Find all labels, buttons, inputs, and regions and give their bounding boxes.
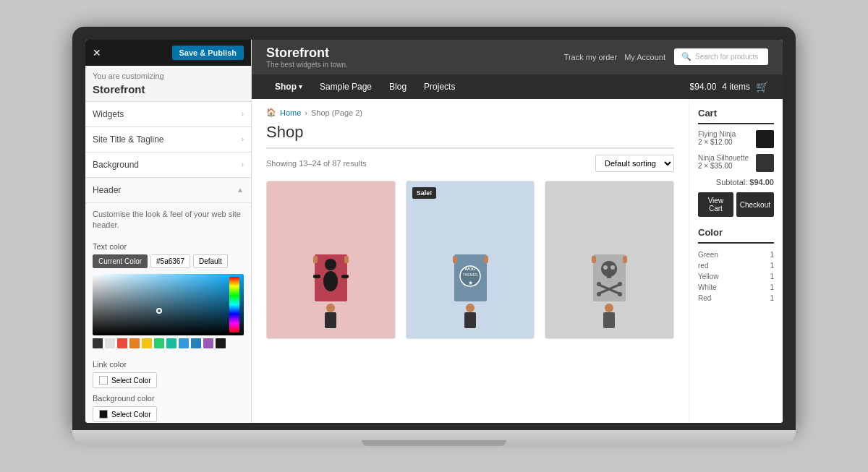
color-spectrum-slider[interactable] [229,277,239,332]
swatch-purple[interactable] [203,338,213,348]
current-color-button[interactable]: Current Color [93,254,148,268]
chevron-up-icon: ▲ [237,186,244,194]
svg-point-20 [603,265,608,270]
color-picker[interactable] [93,274,244,335]
cart-sidebar-title: Cart [698,108,774,124]
shop-page-title: Shop [266,123,674,149]
header-section-toggle[interactable]: Header ▲ [85,178,251,203]
menu-item-widgets[interactable]: Widgets › [85,102,251,127]
view-cart-button[interactable]: View Cart [698,192,733,217]
swatch-black[interactable] [93,338,103,348]
color-filter-item-yellow[interactable]: Yellow 1 [698,271,774,282]
cart-items-count: 4 items [722,82,750,92]
color-count: 1 [770,283,774,291]
nav-link-blog[interactable]: Blog [380,74,415,99]
screen-bezel: ✕ Save & Publish You are customizing Sto… [72,27,796,430]
color-filter-item-green[interactable]: Green 1 [698,249,774,260]
color-name: Red [698,294,711,302]
color-hex-button[interactable]: #5a6367 [150,254,190,268]
swatch-teal[interactable] [166,338,176,348]
cart-item-0: Flying Ninja 2 × $12.00 [698,130,774,148]
swatch-light-gray[interactable] [105,338,115,348]
svg-text:WOO: WOO [464,267,475,271]
home-icon: 🏠 [266,108,276,117]
breadcrumb-home-link[interactable]: Home [280,108,301,117]
ship-your-idea-svg [586,249,633,335]
menu-item-label: Site Title & Tagline [93,134,164,145]
swatch-orange[interactable] [129,338,140,348]
svg-rect-16 [453,256,457,263]
swatch-green[interactable] [154,338,164,348]
nav-link-sample[interactable]: Sample Page [311,74,380,99]
laptop-frame: ✕ Save & Publish You are customizing Sto… [72,27,796,446]
color-gradient-area[interactable] [93,274,244,335]
color-filter-section: Color Green 1 red 1 [698,227,774,304]
color-name: White [698,283,717,291]
menu-item-site-title[interactable]: Site Title & Tagline › [85,127,251,153]
default-color-button[interactable]: Default [193,254,228,268]
svg-rect-31 [592,256,596,263]
premium-quality-svg: WOO THEMES ★ [447,249,494,335]
color-filter-item-red[interactable]: red 1 [698,260,774,271]
product-visual [545,181,673,338]
chevron-down-icon: ▾ [299,83,302,90]
cart-item-info: Flying Ninja 2 × $12.00 [698,130,756,146]
swatch-dark-blue[interactable] [191,338,201,348]
save-publish-button[interactable]: Save & Publish [172,46,244,60]
track-order-link[interactable]: Track my order [564,53,618,61]
color-button-group: Current Color #5a6367 Default [93,254,244,268]
svg-point-29 [605,304,613,312]
cart-icon[interactable]: 🛒 [756,81,768,93]
store-header: Storefront The best widgets in town. Tra… [252,40,783,75]
my-account-link[interactable]: My Account [624,53,665,61]
cart-subtotal: Subtotal: $94.00 [698,178,774,186]
color-filter-item-red2[interactable]: Red 1 [698,293,774,304]
color-name: Yellow [698,273,719,280]
svg-rect-4 [341,275,349,278]
color-filter-item-white[interactable]: White 1 [698,282,774,293]
swatch-yellow[interactable] [142,338,152,348]
cart-item-price: 2 × $35.00 [698,162,756,170]
product-image-premium: WOO THEMES ★ [407,181,535,338]
product-info-woo-ninja: Woo Ninja ★ ★ ★ ★ ★ $15.00 [267,338,395,339]
svg-point-25 [597,282,601,286]
woo-ninja-svg [307,249,354,335]
nav-links: Shop ▾ Sample Page Blog Projects [266,74,464,99]
bg-color-select-button[interactable]: Select Color [93,406,157,422]
svg-text:★: ★ [467,280,472,286]
product-image-woo-ninja [267,181,395,338]
swatch-red[interactable] [117,338,127,348]
link-color-button-label: Select Color [111,377,150,385]
svg-rect-15 [464,312,476,328]
swatch-near-black[interactable] [216,338,226,348]
menu-item-label: Widgets [93,109,124,119]
svg-rect-32 [623,256,627,263]
svg-rect-6 [325,312,336,328]
cart-item-thumbnail [756,130,774,148]
chevron-right-icon: › [242,135,244,143]
search-icon: 🔍 [681,52,692,61]
store-header-right: Track my order My Account 🔍 Search for p… [564,48,768,65]
nav-link-projects[interactable]: Projects [415,74,464,99]
close-button[interactable]: ✕ [93,47,101,59]
sort-select[interactable]: Default sorting [595,155,674,172]
link-color-select-button[interactable]: Select Color [93,372,157,388]
nav-link-shop[interactable]: Shop ▾ [266,74,311,99]
color-filter-list: Green 1 red 1 Yellow 1 [698,249,774,304]
store-brand: Storefront The best widgets in town. [266,46,348,69]
product-image-ship [545,181,673,338]
cart-actions: View Cart Checkout [698,192,774,217]
sale-badge: Sale! [412,187,437,199]
bg-color-section: Background color Select Color [85,394,251,422]
store-name: Storefront [266,46,348,61]
checkout-button[interactable]: Checkout [736,192,774,217]
svg-point-28 [618,292,622,296]
svg-rect-22 [607,273,611,278]
menu-item-background[interactable]: Background › [85,153,251,178]
svg-rect-3 [313,275,320,278]
bg-color-label: Background color [93,394,244,403]
swatch-blue[interactable] [179,338,189,348]
svg-point-1 [325,259,336,270]
product-visual: WOO THEMES ★ [407,181,535,338]
cart-item-thumbnail [756,154,774,172]
